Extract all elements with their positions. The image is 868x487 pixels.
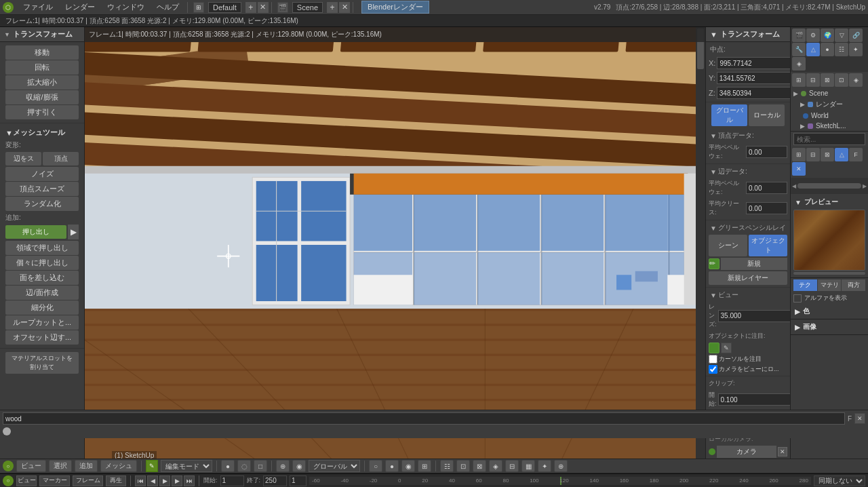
prop-icon-tb6[interactable]: ▦	[521, 460, 535, 472]
menu-render[interactable]: レンダー	[60, 1, 100, 14]
scene-selector[interactable]: Scene	[292, 2, 323, 13]
h-scrollbar[interactable]	[797, 183, 861, 189]
crease-input[interactable]	[746, 202, 787, 214]
extrude-region-button[interactable]: 領域で押し出し	[5, 241, 79, 255]
timeline-scale[interactable]: -60-40-200204060801001201401601802002202…	[309, 477, 811, 485]
search-input[interactable]	[793, 133, 865, 145]
global-button[interactable]: グローバル	[711, 104, 747, 126]
prop-icon-4[interactable]: ⊡	[835, 73, 848, 87]
prop-icon-tb7[interactable]: ✦	[538, 460, 551, 472]
prop-icon-1[interactable]: ⊞	[792, 73, 806, 87]
current-frame-input[interactable]	[290, 475, 307, 486]
face-select-icon[interactable]: □	[254, 460, 267, 472]
noise-button[interactable]: ノイズ	[5, 167, 79, 181]
y-input[interactable]	[717, 72, 790, 84]
edge-bevel-input[interactable]	[746, 182, 787, 194]
preview-header[interactable]: ▼ プレビュー	[791, 196, 868, 208]
tex-button[interactable]: テク	[793, 279, 817, 291]
next-keyframe-btn[interactable]: ⏭	[184, 475, 195, 486]
frame-btn[interactable]: フレーム	[73, 475, 103, 486]
edge-slide-btn[interactable]: 辺をス	[5, 152, 41, 165]
render-icon-1[interactable]: ○	[369, 460, 382, 472]
color-header[interactable]: ▶ 色	[791, 305, 868, 317]
add-btn[interactable]: 追加	[75, 460, 98, 472]
z-input[interactable]	[717, 87, 790, 99]
viewport-scrollbar[interactable]	[696, 27, 705, 463]
prop-icon-3[interactable]: ⊠	[821, 73, 834, 87]
prev-keyframe-btn[interactable]: ⏮	[135, 475, 146, 486]
menu-window[interactable]: ウィンドウ	[102, 1, 150, 14]
prev-frame-btn[interactable]: ◀	[147, 475, 158, 486]
focus-edit-icon[interactable]: ✎	[721, 343, 732, 353]
edge-select-icon[interactable]: ◌	[237, 460, 251, 472]
cursor-checkbox[interactable]	[709, 355, 717, 364]
prop-icon-tb5[interactable]: ⊟	[505, 460, 519, 472]
push-pull-button[interactable]: 押す引く	[5, 105, 79, 119]
shrink-button[interactable]: 収縮/膨張	[5, 90, 79, 104]
texture-close[interactable]: ✕	[854, 413, 865, 424]
render-icon-2[interactable]: ●	[385, 460, 399, 472]
prop-icon-tb8[interactable]: ⊕	[554, 460, 568, 472]
playback-btn[interactable]: 再生	[106, 475, 126, 486]
menu-help[interactable]: ヘルプ	[151, 1, 184, 14]
prop-icon-tb4[interactable]: ◈	[489, 460, 502, 472]
scale-button[interactable]: 拡大縮小	[5, 75, 79, 90]
snap-icon[interactable]: ⊕	[276, 460, 290, 472]
render-engine-selector[interactable]: Blenderレンダー	[361, 1, 429, 14]
end-frame-input[interactable]	[263, 475, 287, 486]
play-btn[interactable]: ▶	[159, 475, 170, 486]
sync-select[interactable]: 同期しない	[814, 475, 865, 486]
prop-icon-2[interactable]: ⊟	[806, 73, 820, 87]
prop-icon-tb3[interactable]: ⊠	[473, 460, 486, 472]
pencil-icon[interactable]: ✏	[709, 258, 719, 269]
alpha-checkbox[interactable]	[793, 294, 802, 303]
prop-icon-5[interactable]: ◈	[849, 73, 863, 87]
make-edge-button[interactable]: 辺/面作成	[5, 286, 79, 300]
add-workspace-button[interactable]: +	[245, 2, 256, 13]
prop-icon-tb1[interactable]: ☷	[440, 460, 454, 472]
local-button[interactable]: ローカル	[749, 104, 785, 126]
clip-start-input[interactable]	[718, 393, 790, 406]
prop-icon-tb2[interactable]: ⊡	[456, 460, 470, 472]
preview-scrollbar[interactable]	[793, 272, 865, 275]
vertex-btn[interactable]: 頂点	[43, 152, 79, 165]
ei-1[interactable]: ⊞	[792, 148, 806, 161]
loopcut-button[interactable]: ループカットと...	[5, 315, 79, 330]
object-btn[interactable]: オブジェクト	[749, 235, 787, 256]
render-icon-4[interactable]: ⊞	[418, 460, 431, 472]
object-tab[interactable]: ▽	[835, 28, 848, 42]
view-mode-btn[interactable]: ビュー	[16, 460, 46, 472]
magnet-icon[interactable]: ◉	[292, 460, 306, 472]
inset-button[interactable]: 面を差し込む	[5, 271, 79, 285]
ei-2[interactable]: ⊟	[806, 148, 820, 161]
ei-close[interactable]: ✕	[792, 162, 806, 176]
scene-tab[interactable]: ⚙	[806, 28, 820, 42]
camera-close[interactable]: ✕	[778, 447, 787, 456]
marker-btn[interactable]: マーカー	[39, 475, 70, 486]
start-frame-input[interactable]	[220, 475, 244, 486]
modifiers-tab[interactable]: 🔧	[792, 43, 806, 56]
extrude-individual-button[interactable]: 個々に押し出し	[5, 256, 79, 270]
scene-btn[interactable]: シーン	[709, 235, 747, 256]
texture-name-input[interactable]	[790, 412, 845, 425]
x-input[interactable]	[717, 57, 790, 69]
materi-button[interactable]: マテリ	[818, 279, 842, 291]
image-header[interactable]: ▶ 画像	[791, 321, 868, 333]
new-layer-button[interactable]: 新規レイヤー	[709, 271, 787, 285]
edit-mode-select[interactable]: 編集モード	[161, 460, 212, 472]
close-scene-button[interactable]: ✕	[339, 2, 350, 13]
world-tab[interactable]: 🌍	[821, 28, 834, 42]
randomize-button[interactable]: ランダム化	[5, 197, 79, 211]
both-button[interactable]: 両方	[842, 279, 865, 291]
extrude-arrow[interactable]: ▶	[68, 225, 79, 239]
render-icon-3[interactable]: ◉	[401, 460, 415, 472]
smooth-vertex-button[interactable]: 頂点スムーズ	[5, 182, 79, 196]
snap-type-select[interactable]: グローバル	[309, 460, 360, 472]
move-button[interactable]: 移動	[5, 45, 79, 60]
vertex-select-icon[interactable]: ●	[221, 460, 235, 472]
material-slot-button[interactable]: マテリアルスロットを割り当て	[5, 352, 79, 374]
material-tab[interactable]: ●	[821, 43, 834, 56]
physics-tab[interactable]: ◈	[792, 57, 806, 71]
extrude-button[interactable]: 押し出し	[5, 225, 66, 239]
select-btn[interactable]: 選択	[49, 460, 72, 472]
